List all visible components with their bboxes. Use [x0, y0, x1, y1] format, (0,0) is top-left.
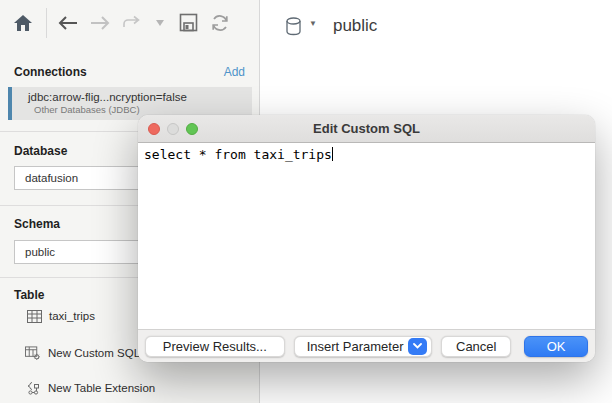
new-table-extension[interactable]: New Table Extension	[25, 378, 255, 398]
minimize-icon[interactable]	[167, 123, 179, 135]
connections-header: Connections Add	[14, 63, 245, 81]
close-icon[interactable]	[148, 123, 160, 135]
redo-dropdown-icon[interactable]	[147, 10, 173, 36]
traffic-lights	[148, 123, 198, 135]
ok-button[interactable]: OK	[524, 336, 588, 357]
edit-custom-sql-dialog: Edit Custom SQL select * from taxi_trips…	[138, 115, 595, 362]
connection-name: jdbc:arrow-flig...ncryption=false	[28, 90, 187, 104]
cancel-button[interactable]: Cancel	[441, 336, 511, 357]
preview-results-button[interactable]: Preview Results...	[145, 336, 285, 357]
connections-label: Connections	[14, 65, 87, 79]
insert-parameter-button[interactable]: Insert Parameter	[294, 336, 433, 357]
toolbar-divider	[46, 8, 47, 38]
new-table-extension-label: New Table Extension	[48, 382, 155, 394]
text-cursor	[332, 147, 334, 161]
home-icon[interactable]	[10, 10, 36, 36]
sql-text-editor[interactable]: select * from taxi_trips	[138, 143, 595, 329]
sql-text: select * from taxi_trips	[144, 147, 332, 162]
table-extension-icon	[25, 380, 41, 396]
datasource-title: public	[333, 16, 377, 36]
database-select-value: datafusion	[25, 172, 78, 184]
chevron-down-icon[interactable]	[408, 338, 427, 355]
dialog-titlebar[interactable]: Edit Custom SQL	[138, 115, 595, 143]
forward-icon[interactable]	[87, 10, 113, 36]
dialog-footer: Preview Results... Insert Parameter Canc…	[138, 329, 595, 362]
toolbar	[0, 0, 260, 45]
app-window: Connections Add jdbc:arrow-flig...ncrypt…	[0, 0, 612, 403]
insert-parameter-label: Insert Parameter	[307, 339, 404, 354]
datasource-title-row: ▼ public	[285, 16, 377, 36]
table-grid-icon	[26, 308, 42, 324]
dialog-title: Edit Custom SQL	[313, 121, 420, 136]
table-item-label: taxi_trips	[49, 310, 95, 322]
redo-icon[interactable]	[119, 10, 145, 36]
schema-label: Schema	[14, 217, 60, 231]
database-cylinder-icon[interactable]	[285, 17, 302, 36]
zoom-icon[interactable]	[186, 123, 198, 135]
new-custom-sql-label: New Custom SQL	[48, 347, 140, 359]
table-label: Table	[14, 288, 44, 302]
add-connection-link[interactable]: Add	[224, 65, 245, 79]
database-label: Database	[14, 144, 67, 158]
custom-sql-icon	[25, 345, 41, 361]
schema-select-value: public	[25, 246, 55, 258]
refresh-icon[interactable]	[207, 10, 233, 36]
back-icon[interactable]	[55, 10, 81, 36]
datasource-dropdown-icon[interactable]: ▼	[309, 19, 317, 28]
save-icon[interactable]	[175, 10, 201, 36]
